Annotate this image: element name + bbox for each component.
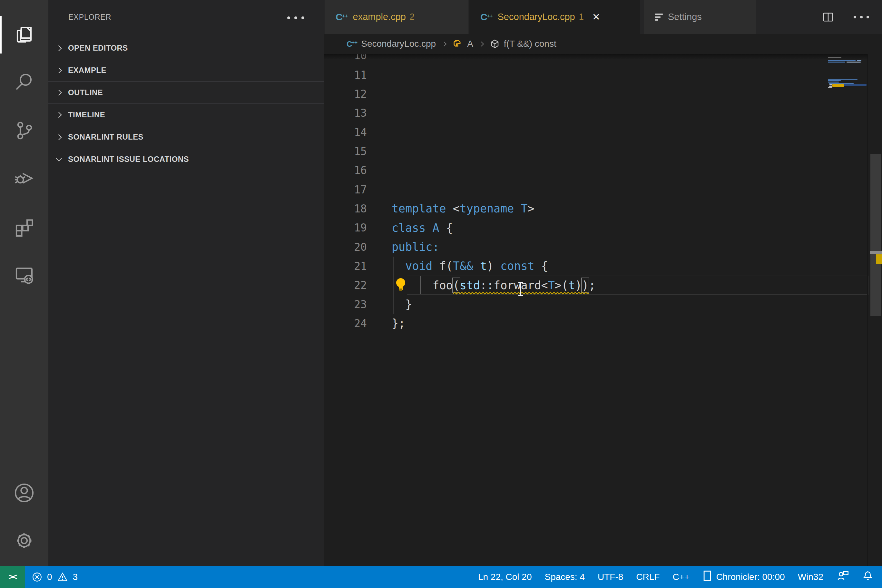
tab-problem-badge: 2 [410,12,415,22]
code-text: } [374,298,412,311]
breadcrumb-item[interactable]: C++SecondaryLoc.cpp [346,39,436,49]
tab-example-cpp[interactable]: C++example.cpp2 [325,0,468,34]
code-line-13[interactable]: 13 [324,104,867,123]
activity-item-search[interactable] [0,60,48,105]
code-line-16[interactable]: 16 [324,161,867,180]
section-label: SONARLINT RULES [68,132,144,141]
status-item-feedback-icon[interactable] [836,570,849,584]
sidebar-section-open-editors[interactable]: OPEN EDITORS [48,37,324,59]
sidebar-header: EXPLORER [48,0,324,37]
status-item-label: Ln 22, Col 20 [478,572,532,582]
breadcrumb-label: SecondaryLoc.cpp [361,39,436,49]
cpp-file-icon: C++ [480,12,493,22]
close-icon[interactable]: ✕ [592,11,600,22]
section-label: TIMELINE [68,110,105,119]
problems-status[interactable]: 0 3 [32,566,78,588]
section-label: OPEN EDITORS [68,44,128,52]
minimap-line-mark [830,84,832,86]
minimap-line-mark [828,87,832,88]
activity-item-explorer[interactable] [0,12,48,57]
line-number: 23 [324,298,374,311]
chevron-right-icon [479,41,484,46]
error-count: 0 [47,572,52,582]
code-line-17[interactable]: 17 [324,180,867,199]
activity-bar [0,0,48,566]
minimap-line-mark [829,86,832,87]
code-line-12[interactable]: 12 [324,84,867,104]
status-item-win32[interactable]: Win32 [798,572,824,582]
split-editor-icon[interactable] [821,10,835,24]
sidebar-explorer: EXPLORER OPEN EDITORSEXAMPLEOUTLINETIMEL… [48,0,324,566]
code-text: public: [374,240,440,254]
section-label: SONARLINT ISSUE LOCATIONS [68,155,189,164]
warning-mark [876,254,882,264]
tab-problem-badge: 1 [579,12,584,22]
code-text: void f(T&& t) const { [374,260,548,272]
sidebar-section-sonarlint-rules[interactable]: SONARLINT RULES [48,126,324,148]
code-text: }; [374,317,405,330]
tab-settings[interactable]: Settings [644,0,756,34]
code-editor[interactable]: 101112131415161718template <typename T>1… [324,54,867,566]
sidebar-section-example[interactable]: EXAMPLE [48,59,324,81]
code-line-18[interactable]: 18template <typename T> [324,199,867,218]
code-line-23[interactable]: 23 } [324,295,867,314]
code-text: foo(std::forward<T>(t)); [374,279,596,292]
chevron-right-icon [56,134,62,140]
line-number: 11 [324,69,374,81]
status-item-label: CRLF [636,572,660,582]
status-item-utf-8[interactable]: UTF-8 [598,572,623,582]
tab-label: Settings [668,12,702,22]
line-number: 18 [324,202,374,215]
breadcrumb-item[interactable]: f(T &&) const [490,39,556,49]
tab-secondaryloc-cpp[interactable]: C++SecondaryLoc.cpp1✕ [470,0,640,34]
feedback-icon [836,570,849,584]
activity-item-run-debug[interactable] [0,156,48,201]
sidebar-section-sonarlint-issue-locations[interactable]: SONARLINT ISSUE LOCATIONS [48,148,324,170]
sidebar-section-outline[interactable]: OUTLINE [48,81,324,104]
code-line-15[interactable]: 15 [324,142,867,161]
breadcrumb-label: f(T &&) const [504,39,556,49]
status-item-label: Spaces: 4 [544,572,585,582]
code-line-20[interactable]: 20public: [324,237,867,256]
code-line-24[interactable]: 24}; [324,314,867,333]
code-line-19[interactable]: 19class A { [324,218,867,237]
sidebar-title: EXPLORER [68,13,111,22]
code-line-11[interactable]: 11 [324,65,867,84]
activity-item-settings[interactable] [0,517,48,566]
status-item-c-[interactable]: C++ [672,572,690,582]
section-label: OUTLINE [68,88,103,97]
minimap-line-mark [828,62,845,63]
status-item-label: C++ [672,572,690,582]
status-item-bell-icon[interactable] [862,570,874,584]
chevron-right-icon [56,90,62,95]
activity-item-extensions[interactable] [0,206,48,250]
remote-indicator[interactable]: >< [0,566,25,588]
activity-item-source-control[interactable] [0,109,48,154]
vertical-scrollbar[interactable] [870,54,882,566]
more-actions-icon[interactable] [287,13,309,22]
chevron-right-icon [56,112,62,118]
status-item-crlf[interactable]: CRLF [636,572,660,582]
activity-item-accounts[interactable] [0,470,48,518]
chevron-right-icon [56,68,62,73]
cpp-file-icon: C++ [346,40,357,48]
breadcrumb-item[interactable]: A [452,38,473,50]
scrollbar-thumb[interactable] [870,154,881,316]
code-line-22[interactable]: 22 foo(std::forward<T>(t)); [324,276,867,295]
class-symbol-icon [452,38,463,50]
search-icon [13,70,36,95]
more-actions-icon[interactable] [854,16,869,18]
settings-list-icon [655,14,663,21]
code-line-21[interactable]: 21 void f(T&& t) const { [324,256,867,276]
tab-label: example.cpp [353,12,406,22]
minimap[interactable] [825,54,867,566]
status-item-ln-22-col-20[interactable]: Ln 22, Col 20 [478,572,532,582]
minimap-line-mark [828,80,841,81]
code-text: class A { [374,222,453,234]
matched-bracket: ( [453,279,460,292]
code-line-14[interactable]: 14 [324,123,867,141]
activity-item-remote-explorer[interactable] [0,253,48,298]
sidebar-section-timeline[interactable]: TIMELINE [48,104,324,126]
status-item-spaces-4[interactable]: Spaces: 4 [544,572,585,582]
status-item-chronicler-00-00[interactable]: Chronicler: 00:00 [702,570,784,584]
